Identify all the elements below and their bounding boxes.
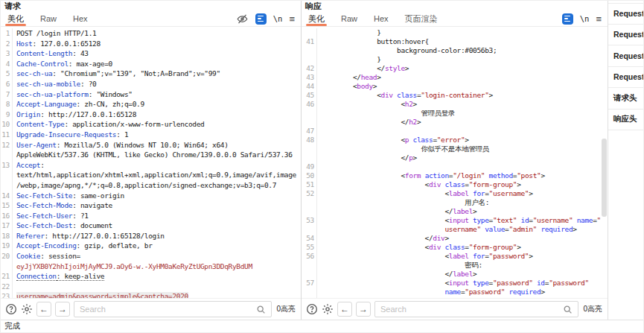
- code-line: 21Connection: keep-alive: [1, 271, 301, 282]
- request-panel: 请求 美化RawHex \n ≡ 1POST /login: [1, 1, 302, 320]
- request-editor[interactable]: 1POST /login HTTP/1.12Host: 127.0.0.1:65…: [1, 27, 301, 298]
- tab-Raw[interactable]: Raw: [39, 11, 57, 26]
- newline-icon[interactable]: \n: [580, 14, 590, 23]
- main-area: 请求 美化RawHex \n ≡ 1POST /login: [1, 1, 643, 320]
- line-number: 58: [302, 296, 317, 298]
- code-line: 16Sec-Fetch-User: ?1: [1, 211, 301, 221]
- menu-icon[interactable]: ≡: [596, 14, 602, 24]
- tab-Raw[interactable]: Raw: [340, 11, 358, 26]
- sidebar-item-1[interactable]: Request c: [608, 25, 643, 46]
- code-line: 49: [302, 162, 608, 171]
- code-line: 7sec-ch-ua-platform: "Windows": [1, 89, 301, 100]
- line-number: 2: [1, 39, 13, 49]
- code-line: 13Accept:: [1, 160, 301, 171]
- line-number: 18: [1, 231, 13, 241]
- sidebar-item-3[interactable]: Request c: [608, 67, 643, 89]
- line-number: 5: [1, 69, 13, 79]
- newline-icon[interactable]: \n: [273, 14, 283, 23]
- code-line: </h2>: [302, 118, 608, 127]
- code-line: 58 </div>: [302, 296, 608, 298]
- code-line: 47: [302, 127, 608, 136]
- code-line: 6sec-ch-ua-mobile: ?0: [1, 79, 301, 89]
- code-line: 11Upgrade-Insecure-Requests: 1: [1, 130, 301, 140]
- code-line: 18Referer: http://127.0.0.1:65128/login: [1, 231, 301, 241]
- code-line: 1POST /login HTTP/1.1: [1, 28, 301, 39]
- beautify-icon[interactable]: [562, 13, 573, 25]
- code-line: </label>: [302, 207, 608, 216]
- code-line: 45 <div class="login-container">: [302, 91, 608, 100]
- hide-eye-icon[interactable]: [237, 13, 249, 25]
- line-number: 41: [302, 37, 317, 46]
- line-number: [302, 288, 317, 296]
- request-search-field[interactable]: [74, 301, 272, 317]
- tab-美化[interactable]: 美化: [307, 11, 325, 26]
- find-next-button[interactable]: →: [55, 302, 70, 317]
- code-line: eyJjYXB0Y2hhIjoiMjAyMCJ9.aOy6-w.-XyHM0aK…: [1, 261, 301, 272]
- code-line: 17Sec-Fetch-Dest: document: [1, 221, 301, 231]
- code-line: 57 <input type="password" id="password": [302, 279, 608, 288]
- response-search-input[interactable]: [380, 305, 563, 314]
- code-line: 用户名:: [302, 198, 608, 207]
- menu-icon[interactable]: ≡: [289, 14, 295, 24]
- response-scrollbar[interactable]: [602, 139, 607, 217]
- search-icon: [563, 305, 573, 314]
- code-line: 15Sec-Fetch-Mode: navigate: [1, 200, 301, 211]
- request-search-input[interactable]: [80, 305, 256, 314]
- help-icon[interactable]: [306, 303, 318, 315]
- response-editor[interactable]: }41 button:hover{ background-color:#0056…: [302, 27, 608, 298]
- line-number: [1, 261, 13, 272]
- line-number: 50: [302, 171, 317, 180]
- code-line: 43 </head>: [302, 73, 608, 82]
- code-line: }: [302, 55, 608, 64]
- code-line: 20Cookie: session=: [1, 251, 301, 261]
- sidebar-item-4[interactable]: 请求头: [608, 88, 643, 110]
- line-number: [302, 225, 317, 234]
- line-number: 11: [1, 130, 13, 140]
- help-icon[interactable]: [5, 303, 17, 315]
- line-number: [302, 118, 317, 127]
- line-number: 52: [302, 189, 317, 198]
- line-number: 46: [302, 100, 317, 109]
- line-number: 8: [1, 99, 13, 110]
- line-number: 17: [1, 221, 13, 231]
- line-number: [302, 207, 317, 216]
- line-number: [302, 55, 317, 64]
- code-line: 42 </style>: [302, 64, 608, 73]
- find-prev-button[interactable]: ←: [337, 302, 352, 317]
- tab-美化[interactable]: 美化: [7, 11, 25, 26]
- find-prev-button[interactable]: ←: [36, 302, 51, 317]
- code-line: 23username=admin&password=simple&captcha…: [1, 291, 301, 298]
- code-line: 12User-Agent: Mozilla/5.0 (Windows NT 10…: [1, 140, 301, 150]
- line-number: 15: [1, 200, 13, 211]
- code-line: 50 <form action="/login" method="post">: [302, 171, 608, 180]
- code-line: text/html,application/xhtml+xml,applicat…: [1, 170, 301, 180]
- tab-Hex[interactable]: Hex: [373, 11, 389, 26]
- line-number: 7: [1, 89, 13, 100]
- beautify-icon[interactable]: [255, 13, 267, 25]
- sidebar-item-0[interactable]: Request a: [608, 3, 643, 25]
- request-highlight-count: 0高亮: [276, 304, 296, 314]
- response-tab-icons: \n ≡: [562, 13, 602, 25]
- line-number: 23: [1, 291, 13, 298]
- line-number: 57: [302, 279, 317, 288]
- response-search-field[interactable]: [374, 301, 578, 317]
- gear-icon[interactable]: [21, 303, 33, 315]
- find-next-button[interactable]: →: [356, 302, 371, 317]
- response-tabbar: 美化RawHex页面渲染 \n ≡: [302, 11, 608, 27]
- code-line: username" value="admin" required>: [302, 225, 608, 234]
- line-number: 42: [302, 64, 317, 73]
- gear-icon[interactable]: [322, 303, 334, 315]
- tab-Hex[interactable]: Hex: [72, 11, 89, 26]
- request-tab-icons: \n ≡: [237, 13, 295, 25]
- line-number: 49: [302, 162, 317, 171]
- code-line: AppleWebKit/537.36 (KHTML, like Gecko) C…: [1, 150, 301, 160]
- code-line: 46 <h2>: [302, 100, 608, 109]
- sidebar-item-2[interactable]: Request b: [608, 45, 643, 67]
- sidebar-item-5[interactable]: 响应头: [608, 110, 643, 131]
- line-number: [302, 261, 317, 270]
- code-line: 2Host: 127.0.0.1:65128: [1, 39, 301, 49]
- code-line: 48 <p class="error">: [302, 136, 608, 145]
- response-highlight-count: 0高亮: [583, 304, 602, 314]
- tab-页面渲染[interactable]: 页面渲染: [404, 11, 439, 26]
- code-line: 密码:: [302, 261, 608, 270]
